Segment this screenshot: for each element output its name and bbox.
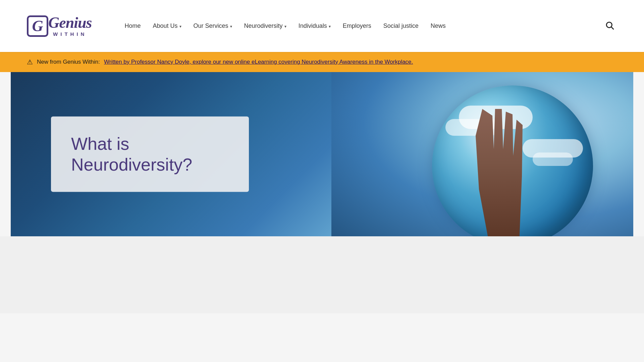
search-button[interactable] <box>602 18 617 34</box>
nav-item-our-services[interactable]: Our Services ▾ <box>187 20 238 32</box>
about-us-chevron-icon: ▾ <box>179 24 181 29</box>
nav-item-neurodiversity[interactable]: Neurodiversity ▾ <box>238 20 292 32</box>
our-services-chevron-icon: ▾ <box>230 24 232 29</box>
warning-icon: ⚠ <box>27 58 33 66</box>
nav-item-news[interactable]: News <box>425 20 452 32</box>
alert-link[interactable]: Written by Professor Nancy Doyle, explor… <box>104 59 413 65</box>
nav-item-social-justice[interactable]: Social justice <box>377 20 425 32</box>
main-nav: Home About Us ▾ Our Services ▾ Neurodive… <box>118 18 617 34</box>
alert-prefix-text: New from Genius Within: <box>37 59 100 65</box>
nav-item-home[interactable]: Home <box>118 20 147 32</box>
logo-text-group: Genius WITHIN <box>48 15 92 37</box>
hero-section: What is Neurodiversity? <box>11 72 633 236</box>
nav-item-employers[interactable]: Employers <box>337 20 377 32</box>
neurodiversity-chevron-icon: ▾ <box>284 24 286 29</box>
alert-banner: ⚠ New from Genius Within: Written by Pro… <box>0 52 644 72</box>
hero-visual <box>331 72 633 236</box>
logo-within-text: WITHIN <box>48 31 92 37</box>
globe-cloud-4 <box>533 153 573 166</box>
hero-heading: What is Neurodiversity? <box>71 133 229 175</box>
logo[interactable]: G Genius WITHIN <box>27 15 92 37</box>
individuals-chevron-icon: ▾ <box>329 24 331 29</box>
below-hero-area <box>0 236 644 313</box>
nav-item-about-us[interactable]: About Us ▾ <box>147 20 187 32</box>
logo-g-letter: G <box>32 18 43 34</box>
svg-point-0 <box>606 22 612 27</box>
nav-item-individuals[interactable]: Individuals ▾ <box>292 20 337 32</box>
svg-line-1 <box>611 27 614 29</box>
search-icon <box>605 21 614 30</box>
logo-g-bracket: G <box>27 15 48 37</box>
site-header: G Genius WITHIN Home About Us ▾ Our Serv… <box>0 0 644 52</box>
logo-genius-text: Genius <box>48 15 92 31</box>
logo-area[interactable]: G Genius WITHIN <box>27 15 92 37</box>
hero-card: What is Neurodiversity? <box>51 117 249 192</box>
